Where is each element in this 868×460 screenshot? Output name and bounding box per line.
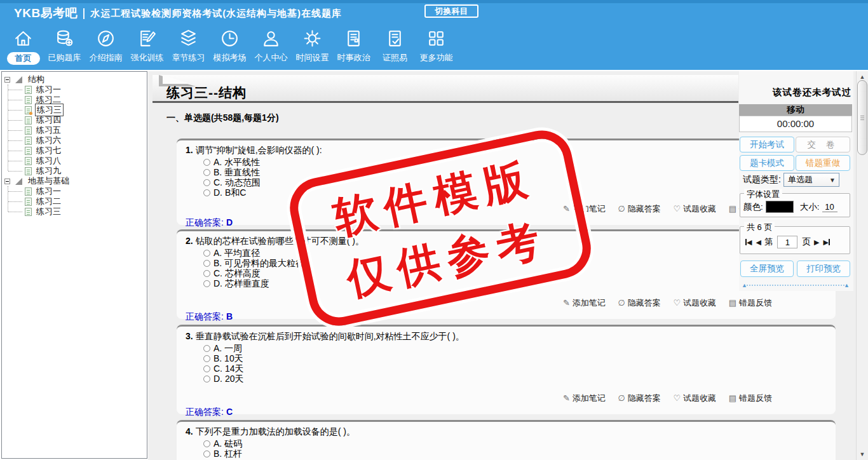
toolbar-item-home[interactable]: 首页 [3, 28, 44, 65]
scroll-down-arrow[interactable]: ▼ [857, 449, 868, 459]
option[interactable]: C. 动态范围 [203, 178, 827, 187]
option[interactable]: B. 垂直线性 [203, 168, 827, 177]
folder-icon [15, 76, 22, 83]
option[interactable]: B. 10天 [203, 354, 827, 363]
add-note-link[interactable]: ✎添加笔记 [563, 393, 606, 403]
action-label: 添加笔记 [573, 204, 606, 213]
toolbar-item-intro-guide[interactable]: 介绍指南 [85, 28, 126, 65]
tree-node-foundation[interactable]: 地基与基础 [2, 176, 147, 186]
option[interactable]: C. 芯样高度 [203, 269, 827, 278]
heart-icon: ♡ [673, 298, 681, 308]
option[interactable]: D. 芯样垂直度 [203, 279, 827, 288]
option[interactable]: A. 砝码 [203, 439, 827, 449]
option[interactable]: D. 20天 [203, 374, 827, 384]
panel-splitter[interactable]: ▲ ▲ [744, 285, 847, 286]
hide-answer-link[interactable]: ∅隐藏答案 [618, 393, 660, 403]
tree-item-exercise[interactable]: 练习四 [8, 115, 147, 125]
collapse-icon[interactable] [4, 77, 10, 83]
document-edit-icon [137, 28, 158, 49]
toolbar-item-time-settings[interactable]: 时间设置 [292, 28, 333, 65]
tree-item-exercise[interactable]: 练习一 [8, 186, 147, 196]
redo-wrong-questions-button[interactable]: 错题重做 [796, 155, 850, 171]
answer-line: 正确答案:B [186, 311, 827, 323]
pencil-icon: ✎ [563, 298, 570, 308]
toolbar-item-more-functions[interactable]: 更多功能 [416, 28, 457, 65]
answer-card-mode-button[interactable]: 题卡模式 [740, 155, 794, 171]
add-note-link[interactable]: ✎添加笔记 [563, 298, 606, 308]
pencil-icon: ✎ [563, 204, 570, 213]
document-pin-icon [25, 106, 32, 114]
question-card: 2.钻取的芯样在试验前哪些尺寸可不测量( )。 A. 平均直径 B. 可见骨料的… [177, 229, 836, 319]
font-size-label: 大小: [800, 201, 820, 213]
toolbar-item-current-affairs[interactable]: 时事政治 [333, 28, 374, 65]
toolbar-item-certificate[interactable]: 证照易 [374, 28, 416, 65]
toolbar-item-chapter-practice[interactable]: 章节练习 [168, 28, 209, 65]
action-label: 试题收藏 [683, 204, 716, 213]
vertical-scrollbar[interactable]: ▲ ▼ [856, 71, 868, 460]
panel-move-handle[interactable]: 移动 [739, 104, 852, 116]
submit-exam-button[interactable]: 交 卷 [796, 137, 850, 152]
add-note-link[interactable]: ✎添加笔记 [563, 204, 606, 213]
option[interactable]: B. 可见骨料的最大粒径 [203, 259, 827, 268]
option-label: D. 芯样垂直度 [214, 278, 269, 290]
collapse-icon[interactable] [4, 179, 10, 184]
font-size-input[interactable]: 10 [822, 202, 837, 212]
print-preview-button[interactable]: 打印预览 [797, 260, 850, 277]
page-prefix-label: 第 [764, 236, 773, 248]
exam-status-text: 该试卷还未考试过 [773, 86, 851, 98]
tree-item-exercise[interactable]: 练习一 [8, 85, 147, 95]
tree-item-exercise[interactable]: 练习八 [8, 156, 147, 166]
tree-item-exercise-selected[interactable]: 练习三 [8, 105, 147, 115]
first-page-button[interactable]: ◀ [745, 238, 752, 247]
scrollbar-thumb[interactable] [857, 80, 867, 155]
header-divider [83, 8, 85, 19]
switch-subject-button[interactable]: 切换科目 [424, 4, 478, 18]
error-feedback-link[interactable]: ▤错题反馈 [729, 393, 772, 403]
last-page-button[interactable]: ▶ [823, 238, 829, 247]
option[interactable]: D. B和C [203, 188, 827, 198]
favorite-question-link[interactable]: ♡试题收藏 [673, 393, 716, 403]
radio-icon [203, 169, 210, 176]
option[interactable]: B. 杠杆 [203, 449, 827, 459]
exercise-titlebar: 练习三--结构 [153, 75, 738, 103]
hide-answer-link[interactable]: ∅隐藏答案 [618, 298, 660, 308]
toolbar-item-mock-exam[interactable]: 模拟考场 [209, 28, 250, 65]
tree-item-exercise[interactable]: 练习二 [8, 196, 147, 206]
answer-label: 正确答案: [186, 407, 224, 417]
next-page-button[interactable]: ▶ [814, 238, 819, 247]
error-feedback-link[interactable]: ▤错题反馈 [729, 298, 772, 308]
fullscreen-preview-button[interactable]: 全屏预览 [740, 260, 794, 277]
question-actions: ✎添加笔记 ∅隐藏答案 ♡试题收藏 ▤错题反馈 [186, 393, 772, 404]
triangle-up-icon: ▲ [742, 282, 747, 288]
tree-item-exercise[interactable]: 练习五 [8, 125, 147, 135]
gear-icon [302, 28, 323, 49]
question-text: 钻取的芯样在试验前哪些尺寸可不测量( )。 [196, 236, 364, 246]
toolbar-item-personal-center[interactable]: 个人中心 [250, 28, 292, 65]
tree-item-exercise[interactable]: 练习六 [8, 135, 147, 145]
option[interactable]: A. 一周 [203, 344, 827, 353]
favorite-question-link[interactable]: ♡试题收藏 [673, 204, 716, 213]
font-color-swatch[interactable] [766, 201, 794, 213]
tree-node-structure[interactable]: 结构 [2, 74, 147, 85]
option-label: D. 20天 [214, 374, 243, 385]
radio-icon [203, 450, 210, 457]
document-icon [25, 126, 32, 135]
tree-item-exercise[interactable]: 练习九 [8, 166, 147, 176]
question-type-value: 单选题 [788, 174, 813, 186]
question-type-select[interactable]: 单选题 ▼ [783, 173, 839, 187]
tree-item-exercise[interactable]: 练习七 [8, 145, 147, 156]
toolbar-item-label: 更多功能 [420, 52, 453, 64]
start-exam-button[interactable]: 开始考试 [740, 137, 794, 152]
toolbar-item-label: 模拟考场 [214, 52, 247, 64]
previous-page-button[interactable]: ◀ [756, 238, 761, 247]
toolbar-item-intensive-training[interactable]: 强化训练 [126, 28, 168, 65]
option[interactable]: A. 水平线性 [203, 158, 827, 167]
toolbar-item-purchased-banks[interactable]: 已购题库 [44, 28, 85, 65]
page-number-input[interactable] [777, 236, 797, 248]
tree-item-exercise[interactable]: 练习二 [8, 95, 147, 105]
option[interactable]: A. 平均直径 [203, 248, 827, 258]
option[interactable]: C. 14天 [203, 364, 827, 374]
favorite-question-link[interactable]: ♡试题收藏 [673, 298, 716, 308]
hide-answer-link[interactable]: ∅隐藏答案 [618, 204, 660, 213]
tree-item-exercise[interactable]: 练习三 [8, 206, 147, 217]
